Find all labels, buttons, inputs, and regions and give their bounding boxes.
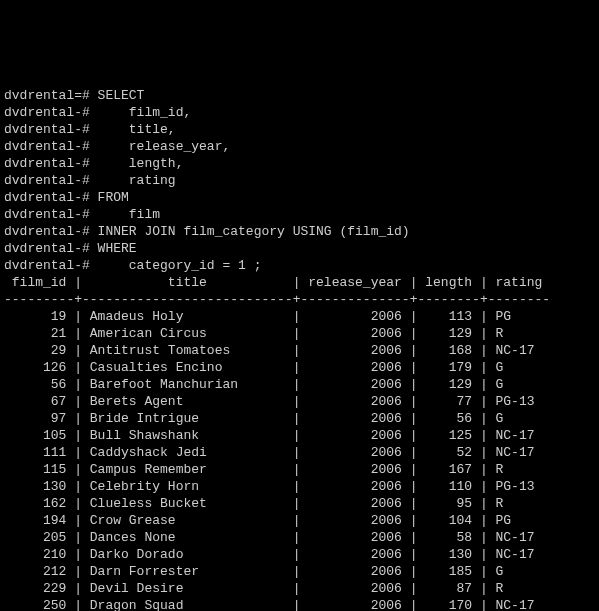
- sql-query-line: dvdrental=# SELECT: [4, 87, 595, 104]
- result-data-row: 250 | Dragon Squad | 2006 | 170 | NC-17: [4, 597, 595, 611]
- result-data-row: 111 | Caddyshack Jedi | 2006 | 52 | NC-1…: [4, 444, 595, 461]
- result-data-row: 162 | Clueless Bucket | 2006 | 95 | R: [4, 495, 595, 512]
- sql-query-line: dvdrental-# title,: [4, 121, 595, 138]
- result-data-row: 29 | Antitrust Tomatoes | 2006 | 168 | N…: [4, 342, 595, 359]
- result-data-row: 194 | Crow Grease | 2006 | 104 | PG: [4, 512, 595, 529]
- result-data-row: 97 | Bride Intrigue | 2006 | 56 | G: [4, 410, 595, 427]
- sql-query-line: dvdrental-# category_id = 1 ;: [4, 257, 595, 274]
- result-data-row: 210 | Darko Dorado | 2006 | 130 | NC-17: [4, 546, 595, 563]
- sql-query-line: dvdrental-# FROM: [4, 189, 595, 206]
- result-data-row: 19 | Amadeus Holy | 2006 | 113 | PG: [4, 308, 595, 325]
- result-header-row: film_id | title | release_year | length …: [4, 274, 595, 291]
- result-data-row: 67 | Berets Agent | 2006 | 77 | PG-13: [4, 393, 595, 410]
- result-data-row: 21 | American Circus | 2006 | 129 | R: [4, 325, 595, 342]
- result-data-row: 105 | Bull Shawshank | 2006 | 125 | NC-1…: [4, 427, 595, 444]
- result-data-row: 115 | Campus Remember | 2006 | 167 | R: [4, 461, 595, 478]
- result-data-row: 205 | Dances None | 2006 | 58 | NC-17: [4, 529, 595, 546]
- sql-query-line: dvdrental-# release_year,: [4, 138, 595, 155]
- result-data-row: 56 | Barefoot Manchurian | 2006 | 129 | …: [4, 376, 595, 393]
- terminal-output: dvdrental=# SELECTdvdrental-# film_id,dv…: [0, 85, 599, 611]
- sql-query-line: dvdrental-# length,: [4, 155, 595, 172]
- result-data-row: 212 | Darn Forrester | 2006 | 185 | G: [4, 563, 595, 580]
- sql-query-line: dvdrental-# film_id,: [4, 104, 595, 121]
- result-separator-row: ---------+---------------------------+--…: [4, 291, 595, 308]
- sql-query-line: dvdrental-# WHERE: [4, 240, 595, 257]
- sql-query-line: dvdrental-# rating: [4, 172, 595, 189]
- result-data-row: 130 | Celebrity Horn | 2006 | 110 | PG-1…: [4, 478, 595, 495]
- sql-query-line: dvdrental-# INNER JOIN film_category USI…: [4, 223, 595, 240]
- result-data-row: 126 | Casualties Encino | 2006 | 179 | G: [4, 359, 595, 376]
- result-data-row: 229 | Devil Desire | 2006 | 87 | R: [4, 580, 595, 597]
- sql-query-line: dvdrental-# film: [4, 206, 595, 223]
